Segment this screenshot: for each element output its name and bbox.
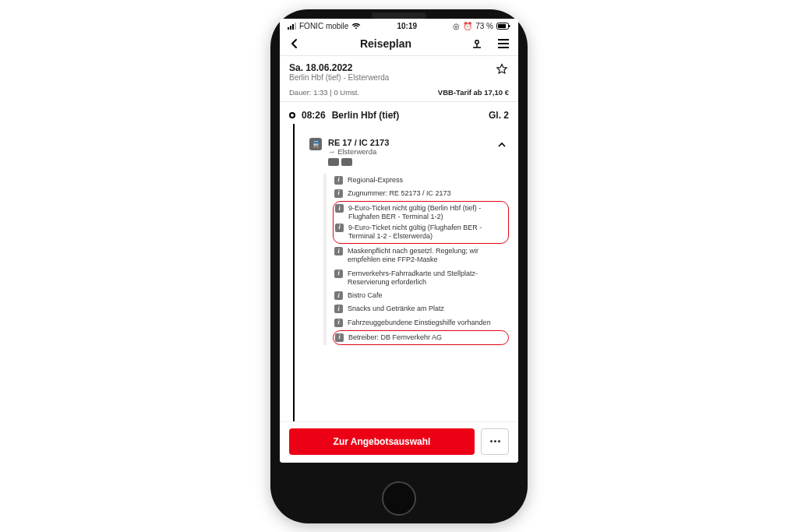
info-item: iZugnummer: RE 52173 / IC 2173 xyxy=(333,187,509,200)
info-item: iFernverkehrs-Fahrradkarte und Stellplat… xyxy=(333,267,509,290)
favorite-button[interactable] xyxy=(495,62,509,76)
info-item: i9-Euro-Ticket nicht gültig (Berlin Hbf … xyxy=(334,203,508,223)
info-item: iBetreiber: DB Fernverkehr AG xyxy=(334,333,508,343)
screen: FONIC mobile 10:19 ◎ ⏰ 73 % Reiseplan xyxy=(280,19,518,463)
svg-point-3 xyxy=(475,40,478,43)
train-destination: → Elsterwerda xyxy=(328,147,389,156)
svg-rect-1 xyxy=(498,24,506,28)
info-icon: i xyxy=(334,291,343,300)
offer-selection-button[interactable]: Zur Angebotsauswahl xyxy=(289,428,475,455)
trip-duration: Dauer: 1:33 | 0 Umst. xyxy=(289,88,359,97)
train-icon: 🚆 xyxy=(309,138,322,150)
trip-date: Sa. 18.06.2022 xyxy=(289,62,389,73)
more-options-button[interactable] xyxy=(481,428,509,455)
carrier-label: FONIC mobile xyxy=(299,22,348,30)
info-icon: i xyxy=(334,319,343,327)
menu-button[interactable] xyxy=(496,37,510,51)
departure-platform: Gl. 2 xyxy=(489,110,509,121)
battery-label: 73 % xyxy=(475,22,493,30)
home-button[interactable] xyxy=(382,481,416,516)
nav-bar: Reiseplan xyxy=(280,32,518,56)
info-item: i9-Euro-Ticket nicht gültig (Flughafen B… xyxy=(334,223,508,242)
departure-time: 08:26 xyxy=(302,110,326,121)
info-icon: i xyxy=(334,270,343,278)
info-item: iMaskenpflicht nach gesetzl. Regelung; w… xyxy=(333,245,509,267)
info-icon: i xyxy=(334,189,343,198)
back-button[interactable] xyxy=(288,37,302,51)
stop-dot-icon xyxy=(289,112,295,118)
clock: 10:19 xyxy=(397,22,417,30)
train-block[interactable]: 🚆 RE 17 / IC 2173 → Elsterwerda i xyxy=(309,138,509,346)
collapse-button[interactable] xyxy=(495,138,509,152)
bike-badge-icon xyxy=(341,158,352,166)
info-item: iFahrzeuggebundene Einstiegshilfe vorhan… xyxy=(333,316,509,329)
info-item: iSnacks und Getränke am Platz xyxy=(333,302,509,315)
battery-icon xyxy=(496,23,510,30)
bike-badge-icon xyxy=(328,158,339,166)
highlight-annotation: iBetreiber: DB Fernverkehr AG xyxy=(333,330,509,345)
info-list: iRegional-Express iZugnummer: RE 52173 /… xyxy=(323,174,509,346)
info-icon: i xyxy=(334,247,343,255)
info-icon: i xyxy=(334,176,343,185)
page-title: Reiseplan xyxy=(360,37,411,50)
departure-row: 08:26 Berlin Hbf (tief) Gl. 2 xyxy=(289,110,509,121)
signal-icon xyxy=(288,23,296,30)
phone-frame: FONIC mobile 10:19 ◎ ⏰ 73 % Reiseplan xyxy=(270,9,528,523)
bottom-bar: Zur Angebotsauswahl xyxy=(280,421,518,463)
info-icon: i xyxy=(335,333,344,342)
info-icon: i xyxy=(335,204,344,213)
trip-route: Berlin Hbf (tief) - Elsterwerda xyxy=(289,73,389,82)
info-icon: i xyxy=(335,224,344,232)
map-button[interactable] xyxy=(470,37,484,51)
train-name: RE 17 / IC 2173 xyxy=(328,138,389,147)
alarm-icon: ⏰ xyxy=(463,22,472,30)
journey-line xyxy=(293,124,295,421)
svg-rect-2 xyxy=(509,25,510,27)
ios-status-bar: FONIC mobile 10:19 ◎ ⏰ 73 % xyxy=(280,19,518,32)
wifi-icon xyxy=(351,23,361,30)
info-item: iRegional-Express xyxy=(333,174,509,187)
location-icon: ◎ xyxy=(453,22,460,30)
trip-price: VBB-Tarif ab 17,10 € xyxy=(438,88,509,97)
info-item: iBistro Cafe xyxy=(333,289,509,302)
amenity-badges xyxy=(328,158,389,166)
departure-station: Berlin Hbf (tief) xyxy=(332,110,400,121)
journey-section: 08:26 Berlin Hbf (tief) Gl. 2 🚆 RE 17 / … xyxy=(280,102,518,421)
trip-meta: Dauer: 1:33 | 0 Umst. VBB-Tarif ab 17,10… xyxy=(280,86,518,102)
info-icon: i xyxy=(334,305,343,313)
highlight-annotation: i9-Euro-Ticket nicht gültig (Berlin Hbf … xyxy=(333,201,509,244)
trip-header: Sa. 18.06.2022 Berlin Hbf (tief) - Elste… xyxy=(280,56,518,86)
